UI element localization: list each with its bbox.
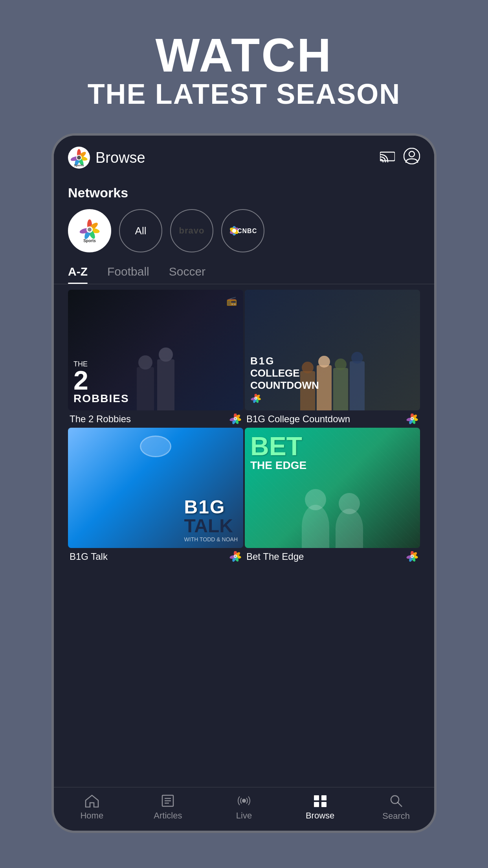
radio-label: 📻 [226, 296, 237, 306]
header-left: Sports Browse [68, 147, 145, 169]
network-bravo[interactable]: bravo [170, 209, 213, 252]
show-title-the-2-robbies-overlay: THE 2 ROBBIES [73, 360, 129, 405]
header-icons [380, 148, 420, 167]
b1g-talk-title: B1G TALK WITH TODD & NOAH [184, 498, 238, 542]
show-thumb-bet-the-edge: BET THE EDGE [245, 428, 420, 548]
search-icon [389, 794, 403, 808]
svg-rect-76 [321, 795, 327, 800]
cast-icon[interactable] [380, 150, 395, 166]
svg-point-20 [88, 228, 92, 232]
nav-articles-label: Articles [154, 811, 182, 821]
network-all[interactable]: All [119, 209, 162, 252]
network-cnbc[interactable]: CNBC [221, 209, 264, 252]
show-b1g-college-countdown[interactable]: B1G COLLEGE COUNTDOWN [245, 290, 420, 426]
svg-text:Sports: Sports [83, 239, 96, 243]
nbc-sports-logo: Sports [68, 147, 90, 169]
nav-live-label: Live [236, 811, 252, 821]
nav-home-label: Home [80, 811, 103, 821]
hero-section: WATCH THE LATEST SEASON [88, 31, 401, 110]
show-info-bet-the-edge: Bet The Edge [245, 548, 420, 564]
shows-grid: 📻 THE 2 ROBBIES [54, 287, 434, 564]
svg-point-61 [235, 555, 237, 557]
nav-browse[interactable]: Browse [301, 794, 340, 821]
nbc-logo-thumb2 [250, 394, 261, 403]
home-icon [84, 794, 99, 807]
network-sports[interactable]: Sports [68, 209, 111, 252]
show-bet-the-edge[interactable]: BET THE EDGE Bet The Edge [245, 428, 420, 564]
show-name-b1g-talk: B1G Talk [70, 551, 229, 562]
phone-frame: Sports Browse [51, 133, 437, 833]
svg-point-45 [255, 397, 257, 399]
content-area: Networks [54, 176, 434, 787]
svg-point-28 [232, 229, 236, 233]
app-header: Sports Browse [54, 136, 434, 176]
svg-point-8 [77, 156, 81, 160]
show-b1g-talk[interactable]: B1G TALK WITH TODD & NOAH B1G Talk [68, 428, 243, 564]
networks-label: Networks [68, 185, 420, 200]
hero-subtitle-text: THE LATEST SEASON [88, 79, 401, 110]
network-all-label: All [135, 225, 147, 237]
tab-soccer[interactable]: Soccer [169, 265, 205, 284]
show-network-logo-2 [406, 414, 418, 425]
svg-point-74 [242, 799, 246, 803]
show-thumb-b1g-college-countdown: B1G COLLEGE COUNTDOWN [245, 290, 420, 410]
show-name-b1g-college-countdown: B1G College Countdown [246, 414, 406, 425]
svg-point-53 [411, 417, 413, 419]
svg-line-80 [398, 802, 402, 807]
svg-point-69 [411, 555, 413, 557]
nav-search-label: Search [382, 811, 410, 821]
nav-home[interactable]: Home [72, 794, 112, 821]
hero-watch-text: WATCH [88, 31, 401, 79]
b1g-countdown-title: B1G COLLEGE COUNTDOWN [250, 355, 319, 405]
show-name-bet-the-edge: Bet The Edge [246, 551, 406, 562]
networks-section: Networks [54, 176, 434, 257]
bottom-nav: Home Articles Live [54, 787, 434, 831]
show-network-logo-4 [406, 551, 418, 562]
browse-icon [313, 794, 328, 807]
show-the-2-robbies[interactable]: 📻 THE 2 ROBBIES [68, 290, 243, 426]
nav-articles[interactable]: Articles [148, 794, 187, 821]
show-info-the-2-robbies: The 2 Robbies [68, 410, 243, 426]
tab-football[interactable]: Football [107, 265, 149, 284]
svg-rect-78 [321, 802, 327, 807]
tab-az[interactable]: A-Z [68, 265, 88, 284]
show-info-b1g-college-countdown: B1G College Countdown [245, 410, 420, 426]
svg-rect-75 [314, 795, 319, 800]
svg-point-37 [235, 417, 237, 419]
nav-search[interactable]: Search [376, 794, 416, 821]
svg-rect-77 [314, 802, 319, 807]
show-network-logo-3 [229, 551, 242, 562]
show-thumb-b1g-talk: B1G TALK WITH TODD & NOAH [68, 428, 243, 548]
nav-live[interactable]: Live [224, 794, 264, 821]
svg-point-12 [409, 151, 415, 157]
nav-browse-label: Browse [306, 811, 334, 821]
network-bravo-label: bravo [179, 226, 205, 236]
header-title: Browse [95, 149, 145, 166]
nbc-sports-circle-logo: Sports [76, 217, 103, 245]
show-network-logo-1 [229, 414, 242, 425]
cnbc-logo: CNBC [227, 223, 259, 239]
profile-icon[interactable] [404, 148, 420, 167]
live-icon [237, 794, 251, 807]
svg-text:CNBC: CNBC [237, 228, 257, 234]
show-info-b1g-talk: B1G Talk [68, 548, 243, 564]
show-thumb-the-2-robbies: 📻 THE 2 ROBBIES [68, 290, 243, 410]
networks-row: Sports All bravo [68, 209, 420, 252]
show-name-the-2-robbies: The 2 Robbies [70, 414, 229, 425]
tabs-row: A-Z Football Soccer [54, 257, 434, 284]
bet-the-edge-title: BET THE EDGE [250, 433, 306, 472]
articles-icon [161, 794, 174, 807]
svg-text:Sports: Sports [74, 164, 84, 167]
